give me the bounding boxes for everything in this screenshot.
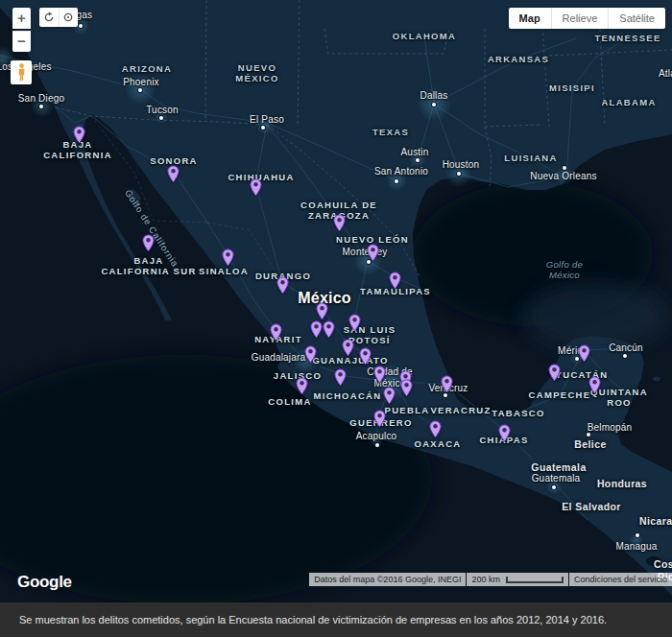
pin-icon xyxy=(383,387,396,405)
pin-icon xyxy=(588,376,601,394)
pin-icon xyxy=(400,379,413,397)
caption-text: Se muestran los delitos cometidos, según… xyxy=(0,614,607,625)
map-marker[interactable] xyxy=(373,366,386,384)
map-marker[interactable] xyxy=(367,244,379,262)
map-marker[interactable] xyxy=(383,387,396,405)
map-marker[interactable] xyxy=(548,364,561,382)
pin-icon xyxy=(304,345,317,364)
map-marker[interactable] xyxy=(323,320,335,339)
caption-bar: Se muestran los delitos cometidos, según… xyxy=(0,602,672,637)
map-marker[interactable] xyxy=(342,339,354,357)
map-marker[interactable] xyxy=(250,178,262,197)
map-marker[interactable] xyxy=(359,347,372,366)
zoom-in-button[interactable]: + xyxy=(12,8,31,29)
map-marker[interactable] xyxy=(333,214,346,232)
pin-icon xyxy=(367,244,379,262)
zoom-out-button[interactable]: − xyxy=(12,31,31,52)
pin-icon xyxy=(429,420,442,438)
pin-icon xyxy=(167,165,180,183)
screenshot-root: OKLAHOMAARKANSASTENNESSEEMISISIPIALABAMA… xyxy=(0,0,672,637)
map-marker[interactable] xyxy=(276,276,289,295)
map-marker[interactable] xyxy=(142,234,155,252)
pin-icon xyxy=(441,375,453,393)
pin-icon xyxy=(296,377,308,395)
map-marker[interactable] xyxy=(334,368,347,387)
pin-icon xyxy=(73,126,85,144)
pin-icon xyxy=(222,248,234,267)
pin-icon xyxy=(498,424,511,442)
compass-icon xyxy=(62,12,74,23)
map-marker[interactable] xyxy=(441,375,453,393)
pin-icon xyxy=(359,347,372,366)
map-type-terrain[interactable]: Relieve xyxy=(551,8,609,29)
refresh-icon xyxy=(43,12,55,23)
scale-control: 200 km xyxy=(467,573,568,586)
refresh-button[interactable] xyxy=(39,8,59,27)
map-marker[interactable] xyxy=(389,271,401,290)
map-marker[interactable] xyxy=(588,376,601,394)
pin-icon xyxy=(142,234,155,252)
pegman-icon xyxy=(16,63,27,82)
terms-link[interactable]: Condiciones del servicio xyxy=(569,573,672,586)
pin-icon xyxy=(334,368,347,387)
map-marker[interactable] xyxy=(400,379,413,397)
attribution-bar: Datos del mapa ©2016 Google, INEGI 200 k… xyxy=(309,573,672,586)
map-marker[interactable] xyxy=(296,377,308,395)
map-marker[interactable] xyxy=(348,314,361,332)
pin-icon xyxy=(270,323,282,342)
map-marker[interactable] xyxy=(498,424,511,442)
map-canvas[interactable]: OKLAHOMAARKANSASTENNESSEEMISISIPIALABAMA… xyxy=(0,0,672,602)
pin-icon xyxy=(316,302,328,320)
map-type-satellite[interactable]: Satélite xyxy=(608,8,665,29)
pegman-control[interactable] xyxy=(11,60,32,84)
map-type-control: Map Relieve Satélite xyxy=(509,8,665,29)
map-marker[interactable] xyxy=(270,323,282,342)
map-marker[interactable] xyxy=(304,345,317,364)
map-marker[interactable] xyxy=(222,248,234,267)
pin-icon xyxy=(276,276,289,295)
pin-icon xyxy=(323,320,335,339)
scale-label: 200 km xyxy=(471,575,500,584)
scale-ruler xyxy=(506,577,564,583)
map-marker[interactable] xyxy=(167,165,180,183)
map-marker[interactable] xyxy=(429,420,442,438)
map-marker[interactable] xyxy=(373,410,386,428)
pin-icon xyxy=(578,344,590,363)
map-marker[interactable] xyxy=(310,320,323,339)
map-marker[interactable] xyxy=(578,344,590,363)
map-markers-layer xyxy=(0,0,672,602)
pin-icon xyxy=(373,366,386,384)
pin-icon xyxy=(373,410,386,428)
pin-icon xyxy=(250,178,262,197)
map-toolbar xyxy=(39,8,78,27)
compass-button[interactable] xyxy=(59,8,79,27)
pin-icon xyxy=(342,339,354,357)
pin-icon xyxy=(348,314,361,332)
pin-icon xyxy=(333,214,346,232)
map-data-attribution: Datos del mapa ©2016 Google, INEGI xyxy=(309,573,466,586)
pin-icon xyxy=(310,320,323,339)
pin-icon xyxy=(548,364,561,382)
google-logo[interactable]: Google xyxy=(17,573,72,592)
map-marker[interactable] xyxy=(73,126,85,144)
pin-icon xyxy=(389,271,401,290)
map-marker[interactable] xyxy=(316,302,328,320)
map-type-map[interactable]: Map xyxy=(509,8,551,29)
